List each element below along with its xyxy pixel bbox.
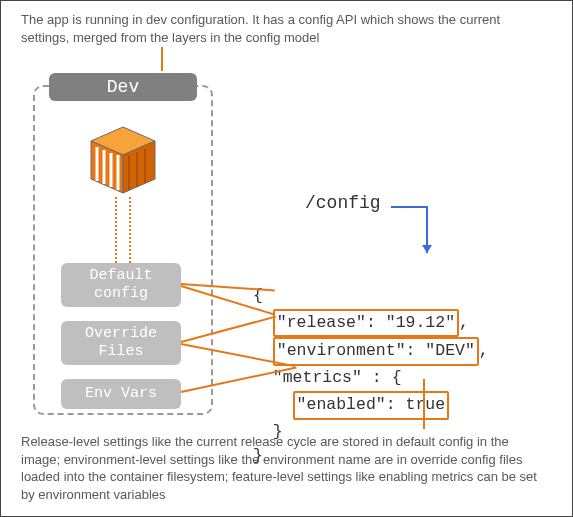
caption-bottom: Release-level settings like the current … xyxy=(21,433,551,503)
default-config-pill: Default config xyxy=(61,263,181,307)
svg-marker-10 xyxy=(422,245,432,253)
override-files-pill: Override Files xyxy=(61,321,181,365)
json-release: "release": "19.12" xyxy=(273,309,459,338)
caption-bottom-pointer xyxy=(423,379,425,429)
caption-top: The app is running in dev configuration.… xyxy=(21,11,551,46)
dotted-line-2 xyxy=(129,197,131,263)
container-icon xyxy=(79,123,167,199)
json-release-comma: , xyxy=(459,313,469,332)
json-metrics: "metrics" : { xyxy=(273,368,402,387)
env-vars-pill: Env Vars xyxy=(61,379,181,409)
json-enabled: "enabled": true xyxy=(293,391,450,420)
json-environment: "environment": "DEV" xyxy=(273,337,479,366)
dotted-line-1 xyxy=(115,197,117,263)
dev-pill: Dev xyxy=(49,73,197,101)
diagram-frame: The app is running in dev configuration.… xyxy=(0,0,573,517)
override-files-label: Override Files xyxy=(85,325,157,360)
default-config-label: Default config xyxy=(89,267,152,302)
json-environment-comma: , xyxy=(479,341,489,360)
caption-top-pointer xyxy=(161,47,163,71)
env-vars-label: Env Vars xyxy=(85,385,157,402)
